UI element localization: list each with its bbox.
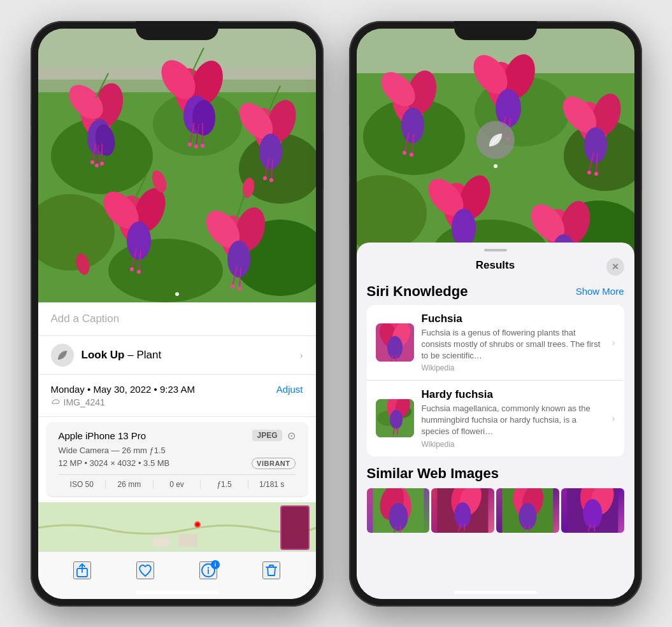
similar-section: Similar Web Images [357, 456, 634, 533]
share-button[interactable] [73, 561, 91, 579]
svg-point-46 [137, 270, 141, 274]
map-svg [38, 502, 316, 553]
knowledge-name-hardy: Hardy fuchsia [422, 388, 604, 401]
similar-image-4[interactable] [561, 488, 624, 533]
svg-point-28 [188, 143, 192, 146]
right-phone-vol-down [349, 183, 350, 225]
svg-point-62 [196, 523, 199, 526]
svg-point-96 [584, 127, 607, 163]
svg-point-34 [259, 134, 282, 169]
exif-shutter: 1/181 s [248, 480, 296, 489]
results-close-button[interactable]: ✕ [606, 258, 624, 276]
cloud-icon [51, 398, 60, 407]
exif-focal: 26 mm [106, 480, 154, 489]
camera-details: Wide Camera — 26 mm ƒ1.5 [59, 446, 296, 455]
left-phone: Add a Caption Look Up – Plant › Mon [31, 21, 324, 607]
map-area[interactable] [38, 502, 316, 553]
svg-point-80 [401, 108, 424, 143]
fuchsia-thumb-image [376, 323, 414, 362]
page-dot-active [175, 292, 179, 296]
similar-image-2[interactable] [431, 488, 494, 533]
svg-point-42 [127, 222, 151, 260]
svg-point-104 [452, 209, 476, 247]
vibrant-badge: VIBRANT [252, 458, 295, 469]
delete-button[interactable] [262, 561, 280, 579]
svg-point-139 [518, 503, 536, 530]
svg-point-37 [263, 176, 267, 180]
results-title: Results [476, 259, 515, 272]
favorite-button[interactable] [136, 561, 154, 579]
svg-rect-60 [178, 534, 197, 547]
similar-title: Similar Web Images [367, 465, 624, 482]
lookup-row[interactable]: Look Up – Plant › [38, 336, 316, 375]
siri-section-title: Siri Knowledge [367, 283, 468, 300]
info-badge: i [211, 560, 220, 569]
similar-images-row [367, 488, 624, 533]
meta-filename-row: IMG_4241 [51, 397, 303, 407]
knowledge-desc-fuchsia: Fuchsia is a genus of flowering plants t… [422, 327, 604, 362]
hardy-thumbnail [376, 399, 414, 437]
similar-img-4-svg [561, 488, 624, 533]
trash-icon [264, 563, 279, 578]
svg-point-29 [194, 144, 198, 148]
meta-date: Monday • May 30, 2022 • 9:23 AM [51, 384, 195, 395]
phones-container: Add a Caption Look Up – Plant › Mon [18, 8, 655, 619]
svg-point-7 [108, 239, 223, 302]
visual-lookup-button[interactable] [476, 121, 515, 159]
phone-power-button [323, 132, 324, 190]
svg-point-45 [130, 267, 134, 271]
phone-volume-up-button [31, 136, 31, 177]
knowledge-item-fuchsia[interactable]: Fuchsia Fuchsia is a genus of flowering … [367, 305, 624, 381]
show-more-button[interactable]: Show More [576, 286, 624, 297]
flower-image-left [38, 29, 316, 302]
siri-section-header: Siri Knowledge Show More [367, 277, 624, 305]
exif-ev: 0 ev [154, 480, 201, 489]
page-indicator [175, 292, 179, 296]
svg-point-84 [410, 153, 413, 157]
right-photo-area [357, 29, 634, 271]
svg-point-127 [389, 503, 408, 531]
leaf-lookup-icon [485, 130, 506, 150]
fuchsia-chevron: › [612, 337, 615, 348]
svg-point-83 [403, 151, 406, 155]
knowledge-text-hardy: Hardy fuchsia Fuchsia magellanica, commo… [422, 388, 604, 449]
right-phone-power [641, 132, 642, 190]
left-photo-area [38, 29, 316, 302]
jpeg-badge: JPEG [252, 430, 282, 441]
device-section: Apple iPhone 13 Pro JPEG ⊙ Wide Camera —… [46, 422, 308, 497]
svg-point-30 [201, 144, 204, 148]
svg-point-68 [208, 567, 209, 568]
siri-section: Siri Knowledge Show More [357, 277, 634, 456]
location-icon: ⊙ [287, 430, 296, 442]
device-row: Apple iPhone 13 Pro JPEG ⊙ [59, 430, 296, 442]
svg-point-53 [231, 285, 234, 288]
left-phone-screen: Add a Caption Look Up – Plant › Mon [38, 29, 316, 599]
lookup-label: Look Up – Plant [82, 349, 162, 362]
lookup-chevron: › [300, 350, 303, 360]
svg-rect-64 [282, 507, 308, 549]
share-icon [75, 563, 90, 578]
similar-image-3[interactable] [496, 488, 559, 533]
mp-info: 12 MP • 3024 × 4032 • 3.5 MB [59, 458, 170, 468]
knowledge-text-fuchsia: Fuchsia Fuchsia is a genus of flowering … [422, 313, 604, 373]
right-phone-notch [454, 21, 537, 40]
svg-point-50 [227, 241, 250, 278]
similar-image-1[interactable] [367, 488, 430, 533]
svg-point-18 [95, 164, 99, 167]
caption-placeholder[interactable]: Add a Caption [51, 313, 120, 325]
svg-point-113 [387, 336, 403, 359]
svg-point-19 [100, 162, 104, 166]
visual-lookup-dot [494, 164, 497, 168]
adjust-button[interactable]: Adjust [276, 384, 303, 395]
caption-area[interactable]: Add a Caption [38, 302, 316, 336]
right-phone: Results ✕ Siri Knowledge Show More [349, 21, 642, 607]
svg-rect-59 [153, 537, 169, 547]
info-button[interactable]: i [199, 561, 217, 579]
results-panel: Results ✕ Siri Knowledge Show More [357, 243, 634, 599]
knowledge-item-hardy[interactable]: Hardy fuchsia Fuchsia magellanica, commo… [367, 380, 624, 456]
lookup-icon [51, 344, 74, 367]
device-name: Apple iPhone 13 Pro [59, 430, 147, 441]
knowledge-name-fuchsia: Fuchsia [422, 313, 604, 325]
left-home-indicator [136, 591, 218, 594]
knowledge-source-fuchsia: Wikipedia [422, 363, 604, 372]
